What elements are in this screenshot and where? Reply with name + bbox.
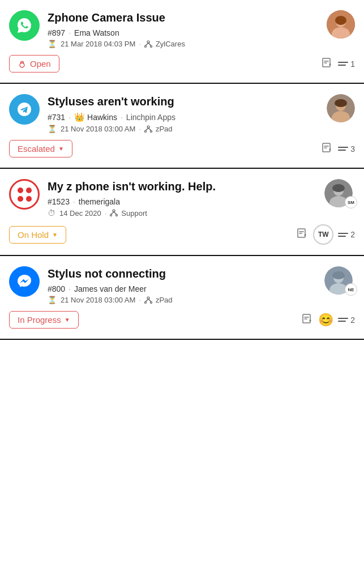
- crown-icon: 👑: [74, 112, 85, 122]
- network-icon: [144, 125, 152, 133]
- avatar: [327, 10, 355, 39]
- svg-point-37: [147, 297, 149, 299]
- count-lines-icon: [338, 318, 348, 322]
- svg-line-40: [145, 299, 148, 302]
- ticket-title: My z phone isn't working. Help.: [48, 179, 324, 194]
- network-icon: [110, 209, 118, 217]
- telegram-icon: [9, 94, 40, 125]
- lock-icon: [18, 59, 27, 69]
- action-count: 2: [350, 230, 355, 239]
- company-name: Linchpin Apps: [126, 113, 175, 122]
- svg-point-45: [332, 271, 345, 279]
- smiley-icon: 😊: [318, 313, 333, 327]
- dropdown-arrow-icon: ▼: [65, 317, 70, 323]
- svg-line-16: [145, 128, 148, 131]
- svg-point-13: [147, 126, 149, 128]
- ticket-date: 21 Nov 2018 03:00 AM: [61, 125, 135, 133]
- ticket-group: Support: [121, 209, 147, 218]
- svg-point-2: [150, 45, 152, 47]
- ticket-id: #800: [48, 284, 65, 293]
- whatsapp-icon: [9, 10, 40, 41]
- card-actions: 3: [321, 142, 355, 156]
- action-count-group: 1: [338, 59, 355, 69]
- status-button[interactable]: In Progress ▼: [9, 311, 79, 329]
- zphone-icon: [9, 179, 40, 210]
- svg-point-27: [116, 215, 118, 216]
- action-count: 1: [350, 59, 355, 69]
- ticket-date: 21 Mar 2018 04:03 PM: [61, 40, 135, 48]
- status-button[interactable]: Escalated ▼: [9, 140, 72, 157]
- agent-name: Hawkins: [87, 113, 117, 122]
- count-lines-icon: [338, 147, 348, 151]
- ticket-card-3: My z phone isn't working. Help. #1523 · …: [0, 169, 364, 256]
- avatar-badge: NE: [345, 283, 357, 296]
- svg-point-0: [147, 41, 149, 43]
- svg-point-15: [150, 130, 152, 132]
- action-count: 3: [350, 144, 355, 154]
- hourglass-icon: ⏳: [48, 125, 57, 133]
- agent-name: themerigala: [79, 197, 120, 206]
- svg-line-3: [145, 43, 148, 46]
- ticket-date: 21 Nov 2018 03:00 AM: [61, 296, 135, 304]
- avatar-badge: SM: [345, 196, 357, 208]
- hourglass-icon: ⏳: [48, 296, 57, 304]
- svg-line-41: [148, 299, 151, 302]
- svg-point-8: [335, 16, 346, 25]
- count-lines-icon: [338, 233, 348, 237]
- ticket-date: 14 Dec 2020: [59, 209, 101, 218]
- ticket-card-4: Stylus not connecting #800 · James van d…: [0, 256, 364, 340]
- status-label: On Hold: [18, 230, 49, 240]
- ticket-card-2: Styluses aren't working #731 · 👑 Hawkins…: [0, 84, 364, 169]
- hourglass-icon: ⏳: [48, 40, 57, 48]
- svg-point-33: [332, 184, 345, 192]
- svg-point-39: [150, 301, 152, 303]
- svg-line-28: [111, 212, 114, 215]
- ticket-group: zPad: [156, 296, 173, 304]
- agent-name: Ema Watson: [74, 28, 119, 37]
- avatar: [327, 94, 355, 122]
- svg-point-1: [144, 45, 146, 47]
- card-actions: 😊 2: [301, 313, 355, 327]
- action-count: 2: [350, 316, 355, 325]
- action-count-group: 2: [338, 316, 355, 325]
- status-label: Escalated: [18, 144, 55, 154]
- count-lines-icon: [338, 62, 348, 66]
- edit-icon[interactable]: [296, 227, 309, 242]
- svg-point-25: [113, 210, 115, 212]
- svg-point-21: [335, 99, 347, 107]
- edit-icon[interactable]: [301, 313, 314, 327]
- status-button[interactable]: Open: [9, 55, 59, 73]
- svg-point-14: [144, 130, 146, 132]
- ticket-card-1: Zphone Camera Issue #897 · Ema Watson ⏳ …: [0, 0, 364, 84]
- status-label: In Progress: [18, 315, 61, 325]
- status-label: Open: [30, 59, 51, 69]
- ticket-id: #897: [48, 28, 65, 37]
- card-actions: TW 2: [296, 224, 355, 245]
- ticket-title: Zphone Camera Issue: [48, 10, 327, 25]
- ticket-id: #1523: [48, 197, 70, 206]
- ticket-group: zPad: [156, 125, 173, 133]
- svg-line-4: [148, 43, 151, 46]
- network-icon: [144, 296, 152, 304]
- dropdown-arrow-icon: ▼: [52, 232, 58, 238]
- ticket-id: #731: [48, 113, 65, 122]
- edit-icon[interactable]: [321, 57, 333, 71]
- svg-point-38: [144, 301, 146, 303]
- messenger-icon: [9, 266, 40, 297]
- edit-icon[interactable]: [321, 142, 333, 156]
- svg-line-17: [148, 128, 151, 131]
- ticket-title: Stylus not connecting: [48, 266, 324, 281]
- svg-point-26: [110, 215, 112, 216]
- card-actions: 1: [321, 57, 355, 71]
- ticket-title: Styluses aren't working: [48, 94, 327, 109]
- ticket-group: ZylCares: [156, 40, 185, 48]
- svg-line-29: [114, 212, 117, 215]
- dropdown-arrow-icon: ▼: [58, 146, 64, 152]
- clock-icon: ⏱: [48, 208, 55, 218]
- agent-name: James van der Meer: [74, 284, 147, 293]
- status-button[interactable]: On Hold ▼: [9, 226, 66, 244]
- network-icon: [144, 40, 152, 48]
- action-count-group: 2: [338, 230, 355, 239]
- agent-badge: TW: [313, 224, 333, 245]
- action-count-group: 3: [338, 144, 355, 154]
